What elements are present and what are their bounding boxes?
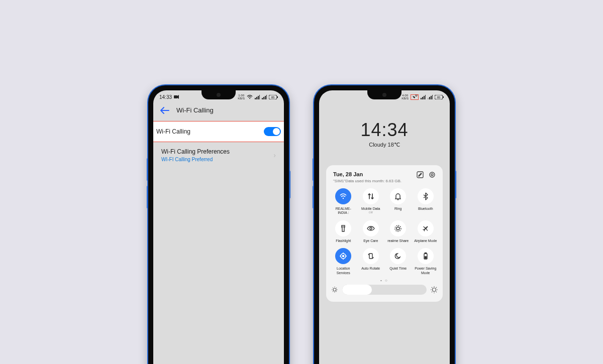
wifi-calling-toggle-row[interactable]: Wi-Fi Calling	[153, 121, 284, 142]
bluetooth-icon[interactable]	[418, 188, 434, 204]
tile-rotate[interactable]: Auto Rotate	[359, 248, 383, 275]
signal-icon-2	[262, 95, 267, 99]
svg-rect-21	[432, 95, 433, 99]
chevron-right-icon: ›	[273, 151, 276, 159]
edit-icon[interactable]	[417, 171, 424, 178]
tile-wifi[interactable]: REALME-INDIA :	[331, 188, 356, 215]
notch	[367, 90, 401, 99]
brightness-low-icon	[331, 286, 338, 293]
tile-bluetooth[interactable]: Bluetooth	[414, 188, 438, 215]
svg-rect-5	[258, 96, 259, 99]
page-dots: • ○	[331, 278, 438, 283]
tile-battery[interactable]: Power Saving Mode	[414, 248, 438, 275]
tile-sub: Off	[369, 211, 373, 214]
bell-icon[interactable]	[390, 188, 406, 204]
svg-rect-19	[429, 97, 430, 99]
tile-label: Quiet Time	[389, 267, 407, 271]
brightness-auto-icon[interactable]	[431, 286, 438, 293]
tile-share[interactable]: realme Share	[386, 220, 411, 243]
tile-label: Power Saving Mode	[414, 267, 438, 275]
signal-icon	[421, 95, 426, 99]
tile-eye[interactable]: Eye Care	[359, 220, 383, 243]
brightness-slider-row	[331, 285, 438, 295]
svg-rect-37	[425, 253, 426, 254]
tile-label: Bluetooth	[418, 207, 433, 211]
svg-rect-7	[262, 98, 263, 99]
tile-label: Flashlight	[336, 239, 351, 243]
page-title: Wi-Fi Calling	[176, 106, 214, 114]
svg-point-30	[370, 227, 372, 229]
airplane-icon[interactable]	[418, 220, 434, 236]
settings-icon[interactable]	[429, 171, 436, 178]
svg-rect-23	[443, 96, 444, 98]
svg-rect-14	[421, 98, 422, 99]
svg-point-2	[249, 98, 250, 99]
svg-rect-16	[424, 96, 425, 99]
battery-icon: 85	[269, 95, 278, 99]
settings-header: Wi-Fi Calling	[153, 103, 284, 121]
svg-rect-8	[263, 97, 264, 99]
signal-icon-2	[428, 95, 433, 99]
battery-icon[interactable]	[418, 248, 434, 264]
tile-mobile-data[interactable]: Mobile DataOff	[359, 188, 383, 215]
screen-settings: 14:33 1.00KB/S 85 Wi-Fi Calling Wi-Fi Ca…	[153, 90, 284, 364]
tile-label: Mobile Data	[361, 207, 380, 211]
flashlight-icon[interactable]	[335, 220, 351, 236]
svg-rect-3	[255, 98, 256, 99]
svg-text:85: 85	[271, 96, 275, 99]
tile-moon[interactable]: Quiet Time	[386, 248, 411, 275]
svg-point-32	[395, 225, 401, 231]
svg-rect-0	[174, 95, 177, 98]
panel-date: Tue, 28 Jan	[333, 171, 401, 177]
svg-rect-4	[256, 97, 257, 99]
tile-label: Ring	[394, 207, 401, 211]
brightness-slider[interactable]	[342, 285, 427, 295]
notch	[202, 90, 236, 99]
battery-icon: 85	[435, 95, 444, 99]
svg-rect-38	[425, 257, 426, 259]
clock-time: 14:34	[326, 119, 443, 141]
mobile-data-icon[interactable]	[363, 188, 379, 204]
tile-label: Auto Rotate	[361, 267, 380, 271]
wifi-icon[interactable]	[335, 188, 351, 204]
data-usage-text: "SIM1"Data used this month: 6.63 GB.	[333, 179, 401, 183]
status-netspeed: 1.00KB/S	[238, 94, 245, 100]
svg-rect-15	[422, 97, 423, 99]
tile-location[interactable]: Location Services	[331, 248, 356, 275]
location-icon[interactable]	[335, 248, 351, 264]
wifi-calling-preferences-row[interactable]: Wi-Fi Calling Preferences WI-FI Calling …	[153, 142, 284, 168]
svg-point-39	[333, 288, 336, 291]
status-netspeed: 4.00KB/S	[401, 94, 409, 100]
svg-point-27	[431, 174, 433, 176]
svg-marker-1	[177, 95, 179, 99]
toggle-switch[interactable]	[264, 127, 281, 136]
svg-point-28	[343, 198, 344, 199]
tile-bell[interactable]: Ring	[386, 188, 411, 215]
rotate-icon[interactable]	[363, 248, 379, 264]
svg-point-26	[430, 172, 435, 177]
tile-label: realme Share	[387, 239, 409, 243]
eye-icon[interactable]	[363, 220, 379, 236]
svg-rect-9	[265, 96, 266, 99]
tile-flashlight[interactable]: Flashlight	[331, 220, 356, 243]
weather-text: Cloudy 18℃	[326, 142, 443, 148]
screen-quicksettings: 4.00KB/S 85 14:34 Cloudy 18℃ Tue, 28 Jan…	[319, 90, 450, 364]
tile-label: Airplane Mode	[414, 239, 437, 243]
svg-point-34	[343, 256, 344, 257]
svg-rect-20	[431, 96, 432, 99]
svg-rect-17	[425, 95, 426, 99]
tile-airplane[interactable]: Airplane Mode	[414, 220, 438, 243]
svg-point-31	[396, 227, 399, 230]
share-icon[interactable]	[390, 220, 406, 236]
svg-point-40	[433, 288, 436, 291]
back-arrow-icon[interactable]	[160, 107, 169, 114]
moon-icon[interactable]	[390, 248, 406, 264]
signal-icon	[255, 95, 260, 99]
pref-value: WI-FI Calling Preferred	[161, 157, 230, 162]
quick-settings-panel: Tue, 28 Jan "SIM1"Data used this month: …	[326, 165, 443, 302]
svg-text:85: 85	[437, 96, 441, 99]
svg-rect-6	[259, 95, 260, 99]
svg-rect-12	[277, 96, 278, 98]
toggle-label: Wi-Fi Calling	[156, 128, 190, 135]
status-time: 14:33	[159, 94, 172, 100]
